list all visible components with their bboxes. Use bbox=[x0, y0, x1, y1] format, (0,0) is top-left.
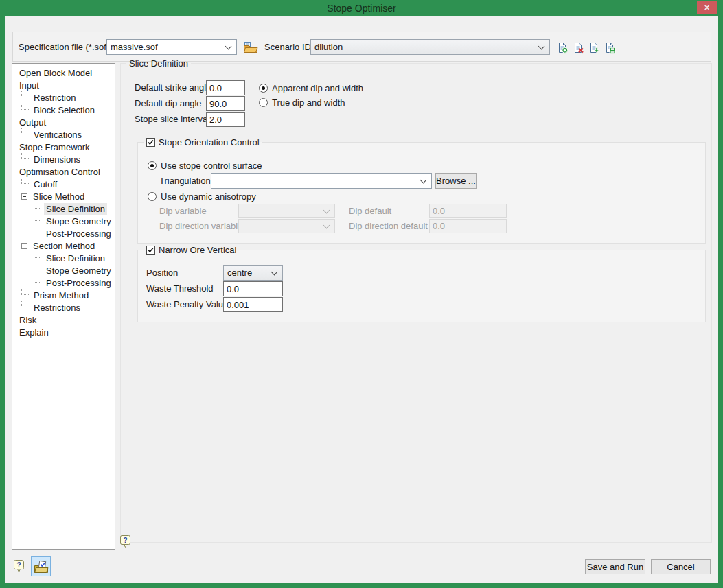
triangulation-combobox[interactable] bbox=[211, 173, 432, 189]
dialog-help-button[interactable]: ? bbox=[14, 560, 25, 575]
spec-file-combobox[interactable]: massive.sof bbox=[106, 39, 237, 55]
position-label: Position bbox=[146, 265, 178, 281]
scenario-id-value: dilution bbox=[314, 42, 343, 52]
waste-threshold-label: Waste Threshold bbox=[146, 281, 214, 296]
svg-text:?: ? bbox=[123, 537, 127, 544]
import-scenario-button[interactable] bbox=[588, 41, 600, 54]
stope-orientation-checkbox[interactable] bbox=[146, 138, 155, 147]
tree-item-risk[interactable]: Risk bbox=[12, 314, 115, 326]
tree-item-verifications[interactable]: Verifications bbox=[12, 128, 115, 141]
dip-default-input[interactable] bbox=[429, 204, 507, 218]
collapse-expander-icon[interactable] bbox=[21, 243, 27, 249]
delete-scenario-button[interactable] bbox=[572, 41, 584, 54]
waste-threshold-input[interactable] bbox=[223, 281, 283, 296]
context-help-button[interactable]: ? bbox=[120, 535, 131, 550]
collapse-expander-icon[interactable] bbox=[21, 193, 27, 200]
radio-selected-icon bbox=[259, 84, 268, 93]
tree-connector bbox=[34, 264, 41, 270]
tree-item-stope-framework[interactable]: Stope Framework bbox=[12, 141, 115, 153]
tree-item-label: Optimisation Control bbox=[17, 166, 102, 178]
tree-item-label: Stope Geometry bbox=[44, 215, 113, 227]
close-icon: ✕ bbox=[704, 3, 710, 12]
tree-item-input[interactable]: Input bbox=[12, 79, 115, 91]
use-stope-control-surface-radio[interactable]: Use stope control surface bbox=[148, 160, 262, 171]
scenario-id-label: Scenario ID bbox=[264, 42, 311, 53]
tree-connector bbox=[34, 215, 41, 221]
browse-button[interactable]: Browse ... bbox=[435, 173, 477, 189]
tree-item-slice-method[interactable]: Slice Method bbox=[12, 190, 115, 202]
save-and-run-button[interactable]: Save and Run bbox=[585, 559, 645, 574]
add-scenario-icon bbox=[557, 42, 569, 54]
true-dip-radio[interactable]: True dip and width bbox=[259, 97, 345, 108]
help-icon: ? bbox=[14, 560, 25, 573]
tree-item-label: Stope Geometry bbox=[44, 265, 113, 277]
tree-item-restriction[interactable]: Restriction bbox=[12, 91, 115, 104]
radio-unselected-icon bbox=[259, 98, 268, 107]
tree-item-stope-geometry[interactable]: Stope Geometry bbox=[12, 215, 115, 227]
tree-connector bbox=[34, 227, 41, 233]
tree-item-post-processing[interactable]: Post-Processing bbox=[12, 227, 115, 239]
dip-variable-combobox[interactable] bbox=[238, 204, 335, 218]
save-scenario-icon bbox=[604, 42, 616, 54]
radio-unselected-icon bbox=[148, 192, 157, 201]
tree-item-label: Block Selection bbox=[32, 104, 97, 116]
dip-direction-default-input[interactable] bbox=[429, 219, 507, 233]
titlebar[interactable]: Stope Optimiser ✕ bbox=[0, 0, 723, 16]
tree-item-prism-method[interactable]: Prism Method bbox=[12, 289, 115, 301]
tree-connector bbox=[21, 91, 29, 97]
true-dip-label: True dip and width bbox=[272, 97, 345, 108]
apparent-dip-label: Apparent dip and width bbox=[272, 83, 363, 93]
tree-item-slice-definition[interactable]: Slice Definition bbox=[12, 252, 115, 264]
use-dynamic-anisotropy-radio[interactable]: Use dynamic anisotropy bbox=[148, 191, 256, 202]
cancel-button[interactable]: Cancel bbox=[651, 559, 711, 574]
waste-penalty-input[interactable] bbox=[223, 297, 283, 312]
tree-item-dimensions[interactable]: Dimensions bbox=[12, 153, 115, 165]
tree-item-label: Cutoff bbox=[32, 178, 59, 190]
tree-item-block-selection[interactable]: Block Selection bbox=[12, 104, 115, 116]
save-scenario-button[interactable] bbox=[604, 41, 616, 54]
open-spec-file-toolbar-button[interactable] bbox=[31, 556, 51, 576]
position-combobox[interactable]: centre bbox=[223, 265, 283, 281]
default-dip-angle-input[interactable] bbox=[206, 96, 245, 111]
tree-connector bbox=[34, 202, 41, 209]
open-spec-file-button[interactable] bbox=[242, 40, 258, 54]
default-strike-angle-input[interactable] bbox=[206, 80, 245, 95]
stope-slice-interval-input[interactable] bbox=[206, 112, 245, 127]
tree-item-open-block-model[interactable]: Open Block Model bbox=[12, 67, 115, 79]
tree-connector bbox=[34, 277, 41, 283]
tree-connector bbox=[21, 178, 29, 184]
checkmark-icon bbox=[147, 246, 154, 255]
narrow-ore-checkbox[interactable] bbox=[146, 246, 155, 255]
tree-item-post-processing[interactable]: Post-Processing bbox=[12, 277, 115, 289]
tree-item-optimisation-control[interactable]: Optimisation Control bbox=[12, 165, 115, 178]
tree-item-label: Post-Processing bbox=[44, 228, 113, 239]
tree-item-cutoff[interactable]: Cutoff bbox=[12, 178, 115, 190]
window-title: Stope Optimiser bbox=[327, 3, 395, 14]
tree-connector bbox=[21, 289, 29, 295]
tree-item-explain[interactable]: Explain bbox=[12, 326, 115, 338]
tree-item-section-method[interactable]: Section Method bbox=[12, 239, 115, 252]
tree-item-slice-definition[interactable]: Slice Definition bbox=[12, 202, 115, 215]
apparent-dip-radio[interactable]: Apparent dip and width bbox=[259, 82, 363, 93]
dip-direction-variable-combobox[interactable] bbox=[238, 219, 335, 233]
scenario-id-combobox[interactable]: dilution bbox=[310, 39, 550, 55]
dip-direction-default-label: Dip direction default bbox=[349, 219, 428, 233]
tree-connector bbox=[21, 301, 29, 307]
tree-item-stope-geometry[interactable]: Stope Geometry bbox=[12, 264, 115, 277]
tree-item-label: Post-Processing bbox=[44, 277, 113, 289]
tree-item-restrictions[interactable]: Restrictions bbox=[12, 301, 115, 314]
close-button[interactable]: ✕ bbox=[697, 1, 717, 14]
tree-item-label: Slice Method bbox=[31, 191, 87, 202]
position-value: centre bbox=[227, 268, 252, 278]
tree-item-label: Open Block Model bbox=[17, 67, 94, 79]
navigation-tree[interactable]: Open Block ModelInputRestrictionBlock Se… bbox=[12, 63, 115, 550]
tree-item-label: Input bbox=[17, 80, 41, 91]
add-scenario-button[interactable] bbox=[556, 41, 569, 54]
tree-item-output[interactable]: Output bbox=[12, 116, 115, 128]
dip-default-label: Dip default bbox=[349, 204, 391, 218]
tree-item-label: Slice Definition bbox=[44, 203, 107, 215]
spec-file-label: Specification file (*.sof) bbox=[19, 42, 109, 53]
stope-optimiser-dialog: Stope Optimiser ✕ Specification file (*.… bbox=[0, 0, 723, 588]
tree-item-label: Prism Method bbox=[32, 290, 91, 301]
waste-penalty-label: Waste Penalty Value bbox=[146, 297, 228, 312]
